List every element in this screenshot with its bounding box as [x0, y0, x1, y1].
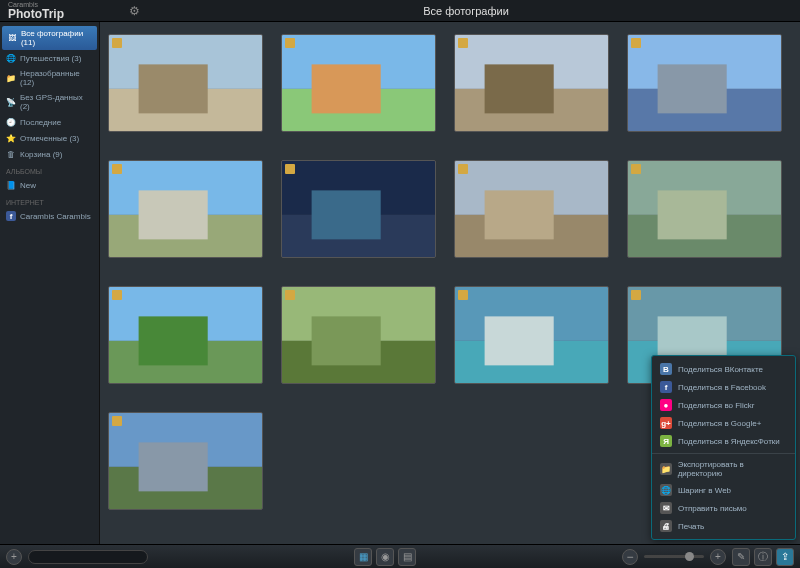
share-item-label: Отправить письмо [678, 504, 747, 513]
sidebar-icon: ⭐ [6, 133, 16, 143]
sidebar-item-1[interactable]: 🌐Путешествия (3) [0, 50, 99, 66]
share-item-label: Поделиться во Flickr [678, 401, 754, 410]
info-button[interactable]: ⓘ [754, 548, 772, 566]
photo-thumb-10[interactable] [454, 286, 609, 384]
share-item-label: Печать [678, 522, 704, 531]
svg-rect-11 [658, 64, 727, 113]
star-badge-icon [631, 38, 641, 48]
svg-rect-5 [312, 64, 381, 113]
add-button[interactable]: + [6, 549, 22, 565]
facebook-icon: f [6, 211, 16, 221]
share-item-1[interactable]: fПоделиться в Facebook [652, 378, 795, 396]
sidebar-icon: 🕘 [6, 117, 16, 127]
share-service-icon: ● [660, 399, 672, 411]
share-service-icon: 🌐 [660, 484, 672, 496]
view-calendar-button[interactable]: ▤ [398, 548, 416, 566]
svg-rect-20 [485, 190, 554, 239]
footer-toolbar: + ▦ ◉ ▤ − + ✎ ⓘ ⇪ [0, 544, 800, 568]
star-badge-icon [631, 290, 641, 300]
photo-thumb-9[interactable] [281, 286, 436, 384]
sidebar-icon: 🌐 [6, 53, 16, 63]
sidebar-item-6[interactable]: 🗑Корзина (9) [0, 146, 99, 162]
sidebar-item-0[interactable]: 🖼Все фотографии (11) [2, 26, 97, 50]
share-item-8[interactable]: ✉Отправить письмо [652, 499, 795, 517]
star-badge-icon [112, 38, 122, 48]
zoom-slider[interactable] [644, 555, 704, 558]
sidebar-item-2[interactable]: 📁Неразобранные (12) [0, 66, 99, 90]
internet-item-0[interactable]: fCarambis Carambis [0, 208, 99, 224]
share-item-label: Экспортировать в директорию [678, 460, 787, 478]
photo-thumb-2[interactable] [454, 34, 609, 132]
star-badge-icon [458, 164, 468, 174]
sidebar-item-label: Корзина (9) [20, 150, 62, 159]
photo-thumb-8[interactable] [108, 286, 263, 384]
star-badge-icon [285, 38, 295, 48]
photo-thumb-12[interactable] [108, 412, 263, 510]
view-grid-button[interactable]: ▦ [354, 548, 372, 566]
svg-rect-29 [312, 316, 381, 365]
sidebar-icon: 📡 [6, 97, 16, 107]
share-item-9[interactable]: 🖨Печать [652, 517, 795, 535]
star-badge-icon [112, 290, 122, 300]
photo-thumb-0[interactable] [108, 34, 263, 132]
photo-thumb-1[interactable] [281, 34, 436, 132]
sidebar-icon: 📁 [6, 73, 16, 83]
svg-rect-2 [139, 64, 208, 113]
section-albums: АЛЬБОМЫ [0, 164, 99, 177]
svg-rect-23 [658, 190, 727, 239]
internet-label: Carambis Carambis [20, 212, 91, 221]
zoom-out-button[interactable]: − [622, 549, 638, 565]
share-item-label: Поделиться в Google+ [678, 419, 761, 428]
star-badge-icon [112, 416, 122, 426]
share-service-icon: В [660, 363, 672, 375]
photo-thumb-4[interactable] [108, 160, 263, 258]
view-globe-button[interactable]: ◉ [376, 548, 394, 566]
svg-rect-17 [312, 190, 381, 239]
star-badge-icon [458, 290, 468, 300]
sidebar-item-5[interactable]: ⭐Отмеченные (3) [0, 130, 99, 146]
gear-icon[interactable]: ⚙ [129, 4, 140, 18]
share-service-icon: Я [660, 435, 672, 447]
svg-rect-38 [139, 442, 208, 491]
share-item-label: Шаринг в Web [678, 486, 731, 495]
album-label: New [20, 181, 36, 190]
search-input[interactable] [28, 550, 148, 564]
sidebar-item-label: Без GPS-данных (2) [20, 93, 93, 111]
folder-icon: 📘 [6, 180, 16, 190]
share-item-7[interactable]: 🌐Шаринг в Web [652, 481, 795, 499]
star-badge-icon [631, 164, 641, 174]
sidebar-item-label: Путешествия (3) [20, 54, 81, 63]
sidebar-icon: 🖼 [8, 33, 17, 43]
share-menu: ВПоделиться ВКонтактеfПоделиться в Faceb… [651, 355, 796, 540]
sidebar-icon: 🗑 [6, 149, 16, 159]
share-service-icon: f [660, 381, 672, 393]
svg-rect-26 [139, 316, 208, 365]
sidebar-item-3[interactable]: 📡Без GPS-данных (2) [0, 90, 99, 114]
sidebar-item-4[interactable]: 🕘Последние [0, 114, 99, 130]
header: Carambis PhotoTrip ⚙ Все фотографии [0, 0, 800, 22]
star-badge-icon [112, 164, 122, 174]
page-title: Все фотографии [140, 5, 792, 17]
album-item-0[interactable]: 📘New [0, 177, 99, 193]
menu-separator [652, 453, 795, 454]
photo-thumb-7[interactable] [627, 160, 782, 258]
svg-rect-32 [485, 316, 554, 365]
share-item-label: Поделиться ВКонтакте [678, 365, 763, 374]
share-item-6[interactable]: 📁Экспортировать в директорию [652, 457, 795, 481]
svg-rect-14 [139, 190, 208, 239]
edit-button[interactable]: ✎ [732, 548, 750, 566]
sidebar: 🖼Все фотографии (11)🌐Путешествия (3)📁Нер… [0, 22, 100, 544]
share-button[interactable]: ⇪ [776, 548, 794, 566]
zoom-in-button[interactable]: + [710, 549, 726, 565]
photo-thumb-6[interactable] [454, 160, 609, 258]
photo-thumb-3[interactable] [627, 34, 782, 132]
share-service-icon: 🖨 [660, 520, 672, 532]
photo-thumb-5[interactable] [281, 160, 436, 258]
share-item-0[interactable]: ВПоделиться ВКонтакте [652, 360, 795, 378]
brand: Carambis PhotoTrip [8, 1, 64, 20]
share-item-4[interactable]: ЯПоделиться в ЯндексФотки [652, 432, 795, 450]
star-badge-icon [285, 290, 295, 300]
share-item-3[interactable]: g+Поделиться в Google+ [652, 414, 795, 432]
sidebar-item-label: Неразобранные (12) [20, 69, 93, 87]
share-item-2[interactable]: ●Поделиться во Flickr [652, 396, 795, 414]
